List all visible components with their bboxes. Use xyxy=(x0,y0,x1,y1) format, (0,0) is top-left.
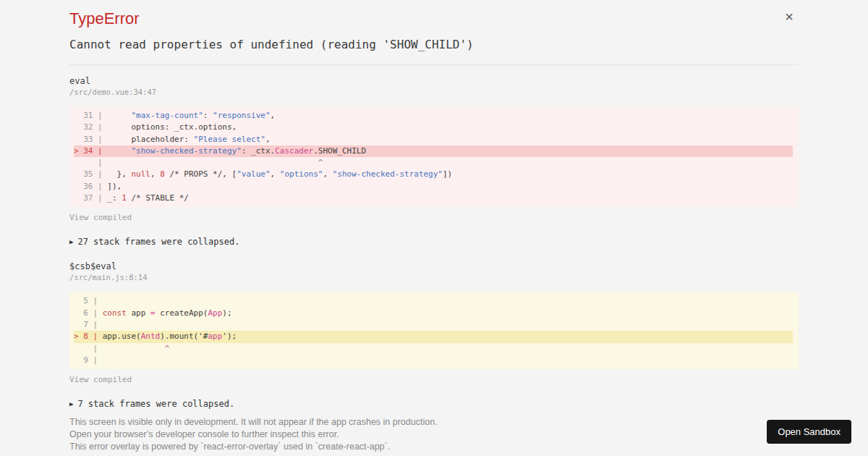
code-line: 9 | xyxy=(74,355,793,366)
error-overlay: { "header": { "title": "TypeError", "mes… xyxy=(0,0,868,456)
stack-frame-function-name: $csb$eval xyxy=(69,262,799,271)
stack-frame-location: /src/demo.vue:34:47 xyxy=(69,88,799,96)
code-frame: 5 | 6 | const app = createApp(App); 7 | … xyxy=(69,292,799,369)
view-compiled-link[interactable]: View compiled xyxy=(69,214,799,221)
code-line: 37 | _: 1 /* STABLE */ xyxy=(74,193,793,204)
code-line: 36 | ]), xyxy=(74,181,793,193)
code-line: 31 | "max-tag-count": "responsive", xyxy=(74,110,793,122)
code-frame: 31 | "max-tag-count": "responsive", 32 |… xyxy=(69,107,799,207)
code-line: > 34 | "show-checked-strategy": _ctx.Cas… xyxy=(74,145,793,157)
close-icon[interactable]: × xyxy=(785,9,793,24)
error-overlay-content: TypeError Cannot read properties of unde… xyxy=(69,0,799,453)
code-line: 6 | const app = createApp(App); xyxy=(74,308,793,319)
stack-frame-function-name: eval xyxy=(69,77,799,85)
dev-notice-line: Open your browser’s developer console to… xyxy=(69,428,799,441)
stack-frame-location: /src/main.js:8:14 xyxy=(69,274,799,282)
collapsed-frames-label: 27 stack frames were collapsed. xyxy=(77,237,239,247)
code-line: 7 | xyxy=(74,319,793,331)
triangle-icon: ▶ xyxy=(69,400,73,408)
collapsed-frames-toggle[interactable]: ▶7 stack frames were collapsed. xyxy=(69,400,799,409)
open-sandbox-button[interactable]: Open Sandbox xyxy=(767,420,851,444)
collapsed-frames-toggle[interactable]: ▶27 stack frames were collapsed. xyxy=(69,237,799,247)
code-line: 33 | placeholder: "Please select", xyxy=(74,134,793,145)
code-line: > 8 | app.use(Antd).mount('#app'); xyxy=(74,331,793,342)
view-compiled-link[interactable]: View compiled xyxy=(69,376,799,384)
divider xyxy=(69,64,799,65)
code-line: | ^ xyxy=(74,343,793,355)
collapsed-frames-label: 7 stack frames were collapsed. xyxy=(77,399,234,409)
dev-notice-line: This error overlay is powered by `react-… xyxy=(69,441,799,453)
triangle-icon: ▶ xyxy=(69,238,73,245)
dev-notice: This screen is visible only in developme… xyxy=(69,416,799,453)
dev-notice-line: This screen is visible only in developme… xyxy=(69,416,799,428)
error-message: Cannot read properties of undefined (rea… xyxy=(69,39,799,51)
code-line: 35 | }, null, 8 /* PROPS */, ["value", "… xyxy=(74,169,793,180)
code-line: 5 | xyxy=(74,295,793,307)
error-title: TypeError xyxy=(69,10,799,27)
code-line: | ^ xyxy=(74,157,793,169)
code-line: 32 | options: _ctx.options, xyxy=(74,122,793,133)
